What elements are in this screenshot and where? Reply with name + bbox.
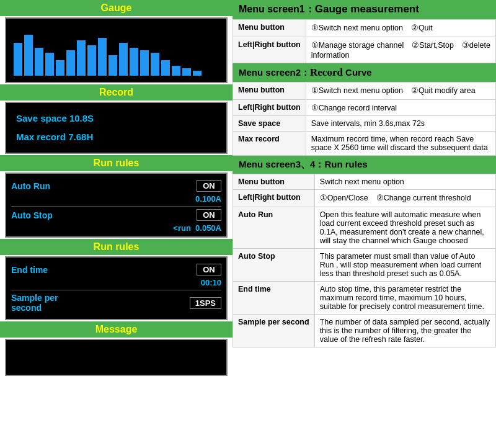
save-space-text: Save intervals, min 3.6s,max 72s xyxy=(306,116,495,132)
end-time-row: End time ON xyxy=(11,264,221,276)
run-rules-2-box: End time ON 00:10 Sample persecond 1SPS xyxy=(5,256,228,320)
record-header: Record xyxy=(0,84,232,101)
auto-stop-label-r: Auto Stop xyxy=(233,249,315,282)
message-box xyxy=(5,339,228,376)
gauge-chart xyxy=(11,22,221,78)
max-record-text: Maximum record time, when record reach S… xyxy=(306,132,495,156)
bar-18 xyxy=(193,71,202,76)
auto-run-badge: ON xyxy=(197,180,221,192)
run-rules-1-box: Auto Run ON 0.100A Auto Stop ON <run 0.0… xyxy=(5,172,228,238)
end-time-text: Auto stop time, this parameter restrict … xyxy=(314,282,495,315)
table-row: Left|Right button ①Manage storage channe… xyxy=(233,37,496,63)
max-record-label: Max record 7.68H xyxy=(16,128,216,146)
bar-3 xyxy=(35,48,43,76)
bar-1 xyxy=(14,43,22,76)
sample-per-second-label-r: Sample per second xyxy=(233,315,315,347)
menu-button-text: ①Switch next menu option ②Quit xyxy=(306,20,495,37)
table-row: Auto Stop This parameter must small than… xyxy=(233,249,496,282)
table-row: Sample per second The number of data sam… xyxy=(233,315,496,347)
max-record-label-r: Max record xyxy=(233,132,306,156)
end-time-value: 00:10 xyxy=(11,278,221,287)
end-time-label-r: End time xyxy=(233,282,315,315)
message-header: Message xyxy=(0,321,232,338)
end-time-badge: ON xyxy=(197,264,221,276)
menu-button-text-3: Switch next menu option xyxy=(314,174,495,190)
leftright-button-label-1: Left|Right button xyxy=(233,37,306,63)
auto-stop-label: Auto Stop xyxy=(11,210,53,220)
table-row: Max record Maximum record time, when rec… xyxy=(233,132,496,156)
menu-screen1-table: Menu button ①Switch next menu option ②Qu… xyxy=(232,19,496,63)
save-space-label: Save space 10.8S xyxy=(16,109,216,128)
bar-13 xyxy=(140,50,149,76)
table-row: Left|Right button ①Change record interva… xyxy=(233,100,496,116)
bar-9 xyxy=(98,38,107,76)
bar-8 xyxy=(87,45,96,76)
bar-10 xyxy=(108,55,117,76)
leftright-button-text-3: ①Open/Close ②Change current threshold xyxy=(314,190,495,207)
gauge-chart-box xyxy=(5,17,228,83)
bar-5 xyxy=(56,60,64,76)
bar-12 xyxy=(130,48,138,76)
divider-1 xyxy=(11,206,221,207)
divider-2 xyxy=(11,290,221,290)
auto-stop-row: Auto Stop ON xyxy=(11,209,221,221)
menu-screen2-header: Menu screen2：Record Curve xyxy=(232,63,496,82)
save-space-label-r: Save space xyxy=(233,116,306,132)
record-box: Save space 10.8S Max record 7.68H xyxy=(5,102,228,154)
run-rules-1-header: Run rules xyxy=(0,155,232,171)
menu-screen2-table: Menu button ①Switch next menu option ②Qu… xyxy=(232,82,496,156)
menu-screen3-header: Menu screen3、4：Run rules xyxy=(232,156,496,174)
table-row: Save space Save intervals, min 3.6s,max … xyxy=(233,116,496,132)
bar-17 xyxy=(182,68,191,76)
bar-7 xyxy=(77,40,86,76)
gauge-header: Gauge xyxy=(0,0,232,16)
table-row: Left|Right button ①Open/Close ②Change cu… xyxy=(233,190,496,207)
auto-stop-value: <run 0.050A xyxy=(11,223,221,233)
menu-screen3-table: Menu button Switch next menu option Left… xyxy=(232,174,496,347)
auto-stop-text: This parameter must small than value of … xyxy=(314,249,495,282)
table-row: Menu button ①Switch next menu option ②Qu… xyxy=(233,83,496,100)
sample-per-second-text: The number of data sampled per second, a… xyxy=(314,315,495,347)
leftright-button-text-2: ①Change record interval xyxy=(306,100,495,116)
run-rules-2-header: Run rules xyxy=(0,239,232,255)
leftright-button-label-2: Left|Right button xyxy=(233,100,306,116)
bar-6 xyxy=(66,50,75,76)
auto-run-value: 0.100A xyxy=(11,194,221,204)
sample-label: Sample persecond xyxy=(11,293,58,313)
menu-button-label-2: Menu button xyxy=(233,83,306,100)
bar-2 xyxy=(24,35,33,76)
auto-run-label-r: Auto Run xyxy=(233,207,315,249)
table-row: Menu button ①Switch next menu option ②Qu… xyxy=(233,20,496,37)
bar-4 xyxy=(45,53,54,76)
menu-screen1-header: Menu screen1：Gauge measurement xyxy=(232,0,496,19)
menu-button-text-2: ①Switch next menu option ②Quit modify ar… xyxy=(306,83,495,100)
bar-14 xyxy=(151,53,159,76)
sample-badge: 1SPS xyxy=(190,297,221,309)
table-row: Menu button Switch next menu option xyxy=(233,174,496,190)
leftright-button-text-1: ①Manage storage channel ②Start,Stop ③del… xyxy=(306,37,495,63)
record-info: Save space 10.8S Max record 7.68H xyxy=(11,107,221,149)
bar-16 xyxy=(172,66,180,76)
menu-button-label: Menu button xyxy=(233,20,306,37)
auto-run-text: Open this feature will automatic measure… xyxy=(314,207,495,249)
auto-run-row: Auto Run ON xyxy=(11,180,221,192)
bar-15 xyxy=(161,60,170,76)
table-row: Auto Run Open this feature will automati… xyxy=(233,207,496,249)
right-panel: Menu screen1：Gauge measurement Menu butt… xyxy=(232,0,496,448)
bar-11 xyxy=(119,43,128,76)
end-time-label: End time xyxy=(11,265,48,275)
table-row: End time Auto stop time, this parameter … xyxy=(233,282,496,315)
menu-button-label-3: Menu button xyxy=(233,174,315,190)
leftright-button-label-3: Left|Right button xyxy=(233,190,315,207)
auto-run-label: Auto Run xyxy=(11,181,50,191)
left-panel: Gauge Record Save space 10.8S xyxy=(0,0,232,448)
sample-row: Sample persecond 1SPS xyxy=(11,293,221,313)
auto-stop-badge: ON xyxy=(197,209,221,221)
